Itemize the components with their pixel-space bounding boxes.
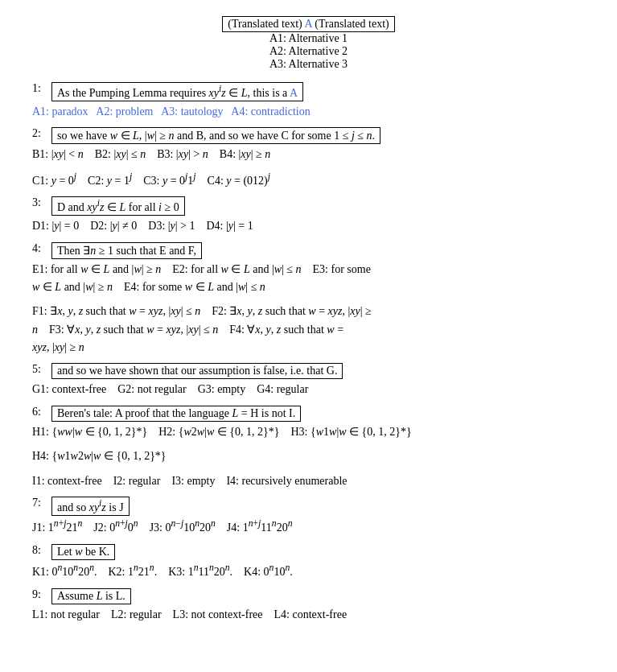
q5-opt-g3: G3: empty xyxy=(198,383,246,395)
alt-2: A2: Alternative 2 xyxy=(32,45,585,58)
q4-opt-e3: E3: for some xyxy=(313,263,371,275)
q3-opt-d1: D1: |y| = 0 xyxy=(32,220,79,232)
question-6: 6: Beren's tale: A proof that the langua… xyxy=(32,406,585,490)
q7-opt-j3: J3: 0n−j10n20n xyxy=(150,522,216,534)
header-title: (Translated text) A (Translated text) xyxy=(32,16,585,32)
q3-content: D and xyiz ∈ L for all i ≥ 0 xyxy=(51,196,185,216)
q5-opt-g2: G2: not regular xyxy=(117,383,187,395)
q4-opt-f2b: n xyxy=(32,324,38,336)
question-3: 3: D and xyiz ∈ L for all i ≥ 0 D1: |y| … xyxy=(32,196,585,235)
q6-opt-i4: I4: recursively enumerable xyxy=(226,475,347,487)
q4-options-e: E1: for all w ∈ L and |w| ≥ n E2: for al… xyxy=(32,261,585,297)
q2-opt-c2: C2: y = 1j xyxy=(88,175,132,187)
q2-opt-c3: C3: y = 0j1j xyxy=(143,175,195,187)
q2-number: 2: xyxy=(32,127,50,140)
variable-a: A xyxy=(304,18,311,30)
question-2: 2: so we have w ∈ L, |w| ≥ n and B, and … xyxy=(32,127,585,190)
q1-content: As the Pumping Lemma requires xyiz ∈ L, … xyxy=(51,82,303,101)
q3-options-d: D1: |y| = 0 D2: |y| ≠ 0 D3: |y| > 1 D4: … xyxy=(32,217,585,235)
q9-options-l: L1: not regular L2: regular L3: not cont… xyxy=(32,606,585,624)
q8-box: Let w be K. xyxy=(51,544,115,560)
q6-opt-i1: I1: context-free xyxy=(32,475,102,487)
q4-content: Then ∃n ≥ 1 such that E and F, xyxy=(51,242,202,259)
q2-line: 2: so we have w ∈ L, |w| ≥ n and B, and … xyxy=(32,127,585,144)
q2-options-b: B1: |xy| < n B2: |xy| ≤ n B3: |xy| > n B… xyxy=(32,146,585,163)
q2-options-c: C1: y = 0j C2: y = 1j C3: y = 0j1j C4: y… xyxy=(32,170,585,190)
q7-opt-j1: J1: 1n+j21n xyxy=(32,522,82,534)
question-1: 1: As the Pumping Lemma requires xyiz ∈ … xyxy=(32,82,585,121)
q9-opt-l2: L2: regular xyxy=(111,608,162,620)
q4-number: 4: xyxy=(32,242,50,255)
q1-number: 1: xyxy=(32,82,50,95)
q3-opt-d4: D4: |y| = 1 xyxy=(207,220,253,232)
q6-opt-h4: H4: {w1w2w|w ∈ {0, 1, 2}*} xyxy=(32,450,167,462)
q4-opt-f4: F4: ∀x, y, z such that w = xyxy=(229,324,343,336)
q5-options-g: G1: context-free G2: not regular G3: emp… xyxy=(32,381,585,398)
q8-opt-k3: K3: 1n11n20n. xyxy=(168,566,232,578)
q3-line: 3: D and xyiz ∈ L for all i ≥ 0 xyxy=(32,196,585,216)
q3-box: D and xyiz ∈ L for all i ≥ 0 xyxy=(51,196,185,216)
q1-box: As the Pumping Lemma requires xyiz ∈ L, … xyxy=(51,82,303,101)
alt-3: A3: Alternative 3 xyxy=(32,58,585,71)
q4-opt-f1: F1: ∃x, y, z such that w = xyz, |xy| ≤ n xyxy=(32,305,200,317)
q6-number: 6: xyxy=(32,406,50,418)
q9-content: Assume L is L. xyxy=(51,588,131,604)
q3-number: 3: xyxy=(32,196,50,209)
q1-options: A1: paradox A2: problem A3: tautology A4… xyxy=(32,103,585,121)
q6-opt-i3: I3: empty xyxy=(171,475,215,487)
question-5: 5: and so we have shown that our assumpt… xyxy=(32,363,585,398)
q6-options-i: I1: context-free I2: regular I3: empty I… xyxy=(32,472,585,490)
q5-number: 5: xyxy=(32,363,50,376)
q7-opt-j2: J2: 0n+j0n xyxy=(93,522,138,534)
q1-opt-a4: A4: contradiction xyxy=(231,105,310,117)
q7-number: 7: xyxy=(32,497,50,509)
q2-opt-c4: C4: y = (012)j xyxy=(208,175,270,187)
q6-options-h: H1: {ww|w ∈ {0, 1, 2}*} H2: {w2w|w ∈ {0,… xyxy=(32,423,585,441)
q4-opt-e1: E1: for all w ∈ L and |w| ≥ n xyxy=(32,263,161,275)
q8-line: 8: Let w be K. xyxy=(32,544,585,560)
q5-line: 5: and so we have shown that our assumpt… xyxy=(32,363,585,379)
q7-content: and so xyiz is J xyxy=(51,497,130,516)
q4-options-f: F1: ∃x, y, z such that w = xyz, |xy| ≤ n… xyxy=(32,303,585,357)
q4-box: Then ∃n ≥ 1 such that E and F, xyxy=(51,242,202,259)
q7-options-j: J1: 1n+j21n J2: 0n+j0n J3: 0n−j10n20n J4… xyxy=(32,517,585,538)
q1-opt-a3: A3: tautology xyxy=(161,105,223,117)
q2-opt-b4: B4: |xy| ≥ n xyxy=(220,148,270,160)
q3-opt-d3: D3: |y| > 1 xyxy=(148,220,195,232)
q7-line: 7: and so xyiz is J xyxy=(32,497,585,516)
q5-box: and so we have shown that our assumption… xyxy=(51,363,343,379)
q4-opt-e2: E2: for all w ∈ L and |w| ≤ n xyxy=(172,263,301,275)
q6-options-h4: H4: {w1w2w|w ∈ {0, 1, 2}*} xyxy=(32,447,585,465)
q2-opt-b3: B3: |xy| > n xyxy=(157,148,208,160)
q2-opt-b2: B2: |xy| ≤ n xyxy=(95,148,146,160)
q8-content: Let w be K. xyxy=(51,544,115,560)
q6-opt-h3: H3: {w1w|w ∈ {0, 1, 2}*} xyxy=(291,426,412,438)
q2-opt-c1: C1: y = 0j xyxy=(32,175,76,187)
q4-opt-e3b: w ∈ L and |w| ≥ n xyxy=(32,281,113,293)
translated-text-box: (Translated text) A (Translated text) xyxy=(222,16,394,32)
q9-line: 9: Assume L is L. xyxy=(32,588,585,604)
q6-opt-h2: H2: {w2w|w ∈ {0, 1, 2}*} xyxy=(158,426,279,438)
q9-opt-l1: L1: not regular xyxy=(32,608,100,620)
q4-opt-f4b: xyz, |xy| ≥ n xyxy=(32,341,84,353)
q9-opt-l4: L4: context-free xyxy=(274,608,348,620)
q1-line: 1: As the Pumping Lemma requires xyiz ∈ … xyxy=(32,82,585,101)
question-4: 4: Then ∃n ≥ 1 such that E and F, E1: fo… xyxy=(32,242,585,357)
q8-opt-k1: K1: 0n10n20n. xyxy=(32,566,97,578)
q6-opt-h1: H1: {ww|w ∈ {0, 1, 2}*} xyxy=(32,426,147,438)
q8-opt-k2: K2: 1n21n. xyxy=(108,566,157,578)
q4-opt-f2: F2: ∃x, y, z such that w = xyz, |xy| ≥ xyxy=(212,305,372,317)
q5-content: and so we have shown that our assumption… xyxy=(51,363,343,379)
q7-opt-j4: J4: 1n+j11n20n xyxy=(227,522,293,534)
question-9: 9: Assume L is L. L1: not regular L2: re… xyxy=(32,588,585,624)
q4-opt-e4: E4: for some w ∈ L and |w| ≤ n xyxy=(124,281,265,293)
q1-opt-a2: A2: problem xyxy=(96,105,153,117)
alternatives-list: A1: Alternative 1 A2: Alternative 2 A3: … xyxy=(32,32,585,71)
q6-opt-i2: I2: regular xyxy=(113,475,161,487)
q4-line: 4: Then ∃n ≥ 1 such that E and F, xyxy=(32,242,585,259)
q5-opt-g4: G4: regular xyxy=(257,383,308,395)
q5-opt-g1: G1: context-free xyxy=(32,383,106,395)
q2-content: so we have w ∈ L, |w| ≥ n and B, and so … xyxy=(51,127,380,144)
alt-1: A1: Alternative 1 xyxy=(32,32,585,45)
q9-opt-l3: L3: not context-free xyxy=(173,608,263,620)
